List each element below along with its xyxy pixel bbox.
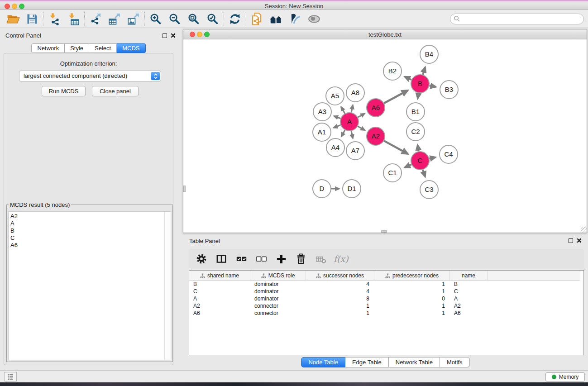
table-mode-icon[interactable]: [213, 251, 229, 267]
table-cell[interactable]: B: [189, 281, 250, 288]
table-cell[interactable]: connector: [250, 310, 306, 317]
edge-B-B2[interactable]: [405, 76, 411, 80]
table-cell[interactable]: dominator: [250, 281, 306, 288]
table-row[interactable]: A6connector11A6: [189, 310, 580, 317]
graph-node-A[interactable]: A: [340, 113, 359, 131]
mcds-list-scrollbar[interactable]: [164, 212, 171, 360]
edge-A-A8[interactable]: [351, 105, 353, 112]
add-column-icon[interactable]: [273, 251, 289, 267]
delete-table-icon[interactable]: [313, 251, 329, 267]
zoom-selected-icon[interactable]: [203, 10, 222, 28]
table-cell[interactable]: 1: [374, 310, 450, 317]
edge-A2-C[interactable]: [384, 141, 408, 154]
edge-A-A1[interactable]: [334, 125, 341, 128]
edge-A-A5[interactable]: [341, 107, 345, 114]
graph-node-C3[interactable]: C3: [420, 181, 438, 199]
graph-node-A6[interactable]: A6: [367, 99, 385, 117]
table-cell[interactable]: A: [189, 295, 250, 302]
edge-A-A4[interactable]: [341, 130, 345, 136]
table-cell[interactable]: A6: [450, 310, 488, 317]
edge-A6-B[interactable]: [384, 91, 407, 103]
table-cell[interactable]: 1: [374, 302, 450, 310]
export-table-icon[interactable]: [105, 10, 124, 28]
graph-node-D[interactable]: D: [313, 180, 331, 198]
table-cell[interactable]: C: [450, 288, 488, 295]
table-cell[interactable]: connector: [250, 302, 306, 310]
edge-B-B3[interactable]: [430, 86, 436, 87]
memory-button[interactable]: Memory: [545, 372, 585, 381]
table-row[interactable]: A2connector11A2: [189, 302, 580, 310]
zoom-out-icon[interactable]: [165, 10, 184, 28]
graph-node-B[interactable]: B: [411, 75, 429, 93]
tab-node-table[interactable]: Node Table: [301, 357, 345, 367]
table-cell[interactable]: B: [450, 281, 488, 288]
edge-A-A7[interactable]: [351, 131, 353, 138]
edge-C-C3[interactable]: [423, 170, 425, 177]
table-cell[interactable]: dominator: [250, 295, 306, 302]
window-resize-grip[interactable]: [581, 227, 587, 233]
save-session-icon[interactable]: [23, 10, 42, 28]
refresh-icon[interactable]: [225, 10, 244, 28]
table-cell[interactable]: A6: [189, 310, 250, 317]
column-header-predecessor-nodes[interactable]: predecessor nodes: [374, 271, 450, 281]
graph-node-B4[interactable]: B4: [420, 45, 438, 63]
network-canvas[interactable]: AA1A2A3A4A5A6A7A8BB1B2B3B4CC1C2C3C4DD1: [183, 39, 587, 233]
edge-A-A3[interactable]: [334, 116, 340, 119]
table-cell[interactable]: 4: [306, 288, 374, 295]
mcds-result-item[interactable]: A2: [10, 213, 171, 220]
table-cell[interactable]: C: [189, 288, 250, 295]
close-panel-button[interactable]: Close panel: [92, 86, 139, 96]
table-row[interactable]: Bdominator41B: [189, 281, 580, 288]
search-input[interactable]: [450, 14, 584, 24]
graph-node-A7[interactable]: A7: [346, 142, 364, 160]
mcds-result-item[interactable]: A6: [10, 242, 171, 249]
tab-mcds[interactable]: MCDS: [117, 43, 145, 53]
clone-network-icon[interactable]: [248, 10, 267, 28]
graph-node-D1[interactable]: D1: [343, 180, 361, 198]
table-cell[interactable]: 4: [306, 281, 374, 288]
column-header-successor-nodes[interactable]: successor nodes: [306, 271, 374, 281]
mcds-result-item[interactable]: A: [10, 220, 171, 227]
network-hscroll-thumb[interactable]: [381, 230, 387, 233]
table-cell[interactable]: 8: [306, 295, 374, 302]
edge-C-C2[interactable]: [418, 145, 419, 151]
graph-node-A3[interactable]: A3: [313, 103, 331, 121]
table-cell[interactable]: 1: [374, 281, 450, 288]
mcds-result-item[interactable]: C: [10, 234, 171, 242]
table-cell[interactable]: 1: [306, 302, 374, 310]
graph-node-C[interactable]: C: [411, 152, 429, 170]
table-row[interactable]: Adominator80A: [189, 295, 580, 302]
edge-C-C1[interactable]: [405, 164, 411, 167]
graph-node-C4[interactable]: C4: [440, 145, 458, 163]
table-cell[interactable]: 1: [374, 288, 450, 295]
network-window-titlebar[interactable]: testGlobe.txt: [183, 29, 587, 39]
graph-node-A4[interactable]: A4: [326, 138, 344, 157]
graph-node-C2[interactable]: C2: [406, 123, 425, 141]
tab-select[interactable]: Select: [89, 43, 117, 53]
column-header-name[interactable]: name: [450, 271, 488, 281]
apply-function-icon[interactable]: f(x): [334, 254, 349, 264]
graph-node-B3[interactable]: B3: [440, 81, 458, 99]
close-panel-icon[interactable]: [577, 238, 582, 243]
edge-B-B4[interactable]: [423, 67, 425, 74]
edge-B-B1[interactable]: [418, 93, 419, 99]
graph-node-A5[interactable]: A5: [326, 87, 344, 105]
edge-A-A2[interactable]: [358, 126, 364, 130]
graph-node-B2[interactable]: B2: [383, 62, 402, 80]
mcds-result-item[interactable]: B: [10, 227, 171, 234]
node-table-scrollbar[interactable]: [580, 271, 583, 355]
table-cell[interactable]: dominator: [250, 288, 306, 295]
select-all-rows-icon[interactable]: [233, 251, 249, 267]
edge-A-A6[interactable]: [358, 114, 365, 117]
table-cell[interactable]: 0: [374, 295, 450, 302]
column-header-MCDS-role[interactable]: MCDS role: [250, 271, 306, 281]
deselect-all-rows-icon[interactable]: [253, 251, 269, 267]
table-cell[interactable]: A2: [450, 302, 488, 310]
graph-node-A8[interactable]: A8: [346, 84, 364, 102]
import-network-icon[interactable]: [45, 10, 64, 28]
table-options-icon[interactable]: [193, 251, 210, 267]
criterion-dropdown[interactable]: largest connected component (directed): [19, 71, 161, 81]
tab-network[interactable]: Network: [31, 43, 65, 53]
delete-columns-icon[interactable]: [293, 251, 309, 267]
graph-node-B1[interactable]: B1: [406, 103, 425, 121]
